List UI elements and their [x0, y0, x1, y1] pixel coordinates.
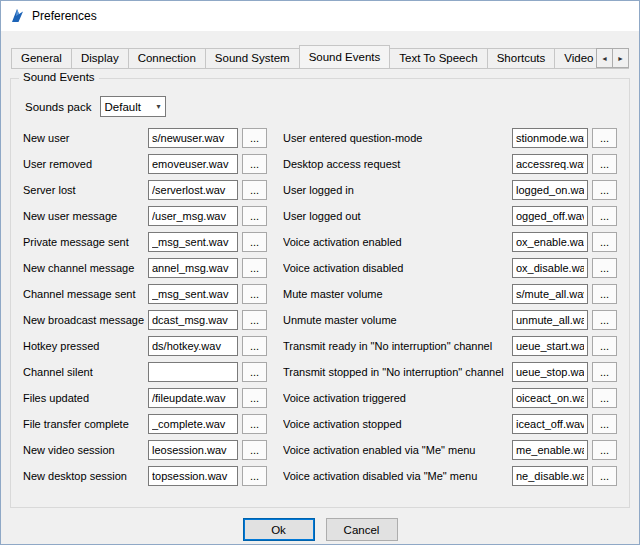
tab-text-to-speech[interactable]: Text To Speech [389, 48, 487, 68]
browse-button[interactable]: ... [592, 310, 617, 330]
tab-sound-events[interactable]: Sound Events [299, 45, 391, 69]
browse-button[interactable]: ... [592, 206, 617, 226]
sound-event-row: Private message sent... [23, 232, 267, 252]
sound-event-row: Voice activation triggered... [283, 388, 617, 408]
sound-file-input[interactable] [512, 414, 588, 434]
browse-button[interactable]: ... [242, 284, 267, 304]
event-label: Transmit ready in "No interruption" chan… [283, 340, 512, 352]
sound-file-input[interactable] [512, 466, 588, 486]
browse-button[interactable]: ... [242, 388, 267, 408]
event-label: Transmit stopped in "No interruption" ch… [283, 366, 512, 378]
sound-file-input[interactable] [148, 180, 238, 200]
sound-file-input[interactable] [148, 388, 238, 408]
sound-event-row: Mute master volume... [283, 284, 617, 304]
browse-button[interactable]: ... [592, 440, 617, 460]
sound-file-input[interactable] [512, 154, 588, 174]
event-label: User entered question-mode [283, 132, 512, 144]
browse-button[interactable]: ... [592, 180, 617, 200]
sound-file-input[interactable] [512, 362, 588, 382]
sound-file-input[interactable] [512, 336, 588, 356]
chevron-down-icon: ▾ [156, 102, 160, 111]
browse-button[interactable]: ... [242, 232, 267, 252]
sound-events-group: Sound Events Sounds pack Default ▾ New u… [10, 78, 630, 508]
tab-display[interactable]: Display [71, 48, 129, 68]
browse-button[interactable]: ... [592, 388, 617, 408]
cancel-button[interactable]: Cancel [326, 518, 398, 541]
sounds-pack-select[interactable]: Default ▾ [100, 96, 166, 117]
sound-file-input[interactable] [148, 232, 238, 252]
sound-file-input[interactable] [512, 128, 588, 148]
tab-connection[interactable]: Connection [128, 48, 206, 68]
sound-event-row: New channel message... [23, 258, 267, 278]
tab-shortcuts[interactable]: Shortcuts [487, 48, 556, 68]
sound-file-input[interactable] [148, 414, 238, 434]
sound-file-input[interactable] [148, 284, 238, 304]
sound-file-input[interactable] [512, 388, 588, 408]
event-label: Private message sent [23, 236, 148, 248]
browse-button[interactable]: ... [592, 128, 617, 148]
browse-button[interactable]: ... [592, 336, 617, 356]
browse-button[interactable]: ... [242, 310, 267, 330]
browse-button[interactable]: ... [592, 258, 617, 278]
sound-file-input[interactable] [148, 466, 238, 486]
sound-file-input[interactable] [512, 440, 588, 460]
browse-button[interactable]: ... [242, 128, 267, 148]
sound-event-row: New video session... [23, 440, 267, 460]
sound-file-input[interactable] [512, 258, 588, 278]
browse-button[interactable]: ... [592, 414, 617, 434]
sound-event-row: File transfer complete... [23, 414, 267, 434]
sound-event-row: Channel message sent... [23, 284, 267, 304]
browse-button[interactable]: ... [592, 466, 617, 486]
title-bar[interactable]: Preferences [1, 1, 639, 31]
sounds-pack-value: Default [105, 101, 141, 113]
browse-button[interactable]: ... [242, 362, 267, 382]
sound-file-input[interactable] [148, 336, 238, 356]
sound-event-row: New user message... [23, 206, 267, 226]
sound-event-row: Server lost... [23, 180, 267, 200]
event-label: Voice activation enabled via "Me" menu [283, 444, 512, 456]
sound-event-row: Voice activation disabled... [283, 258, 617, 278]
browse-button[interactable]: ... [242, 258, 267, 278]
browse-button[interactable]: ... [592, 284, 617, 304]
sound-file-input[interactable] [512, 310, 588, 330]
browse-button[interactable]: ... [242, 414, 267, 434]
ok-button[interactable]: Ok [243, 518, 315, 541]
browse-button[interactable]: ... [592, 232, 617, 252]
sound-file-input[interactable] [148, 362, 238, 382]
sound-event-row: New desktop session... [23, 466, 267, 486]
event-label: Channel silent [23, 366, 148, 378]
tab-sound-system[interactable]: Sound System [205, 48, 300, 68]
event-label: User logged out [283, 210, 512, 222]
event-label: Voice activation disabled via "Me" menu [283, 470, 512, 482]
browse-button[interactable]: ... [242, 336, 267, 356]
sound-file-input[interactable] [512, 180, 588, 200]
browse-button[interactable]: ... [242, 440, 267, 460]
sound-file-input[interactable] [148, 258, 238, 278]
tab-scroll-right-icon[interactable]: ► [612, 48, 629, 68]
browse-button[interactable]: ... [242, 206, 267, 226]
sound-event-row: User entered question-mode... [283, 128, 617, 148]
browse-button[interactable]: ... [242, 180, 267, 200]
event-label: Files updated [23, 392, 148, 404]
tab-scroll-left-icon[interactable]: ◄ [596, 48, 613, 68]
sound-file-input[interactable] [512, 232, 588, 252]
app-icon [9, 8, 25, 24]
sound-file-input[interactable] [148, 154, 238, 174]
sound-file-input[interactable] [148, 206, 238, 226]
browse-button[interactable]: ... [592, 154, 617, 174]
sound-file-input[interactable] [148, 440, 238, 460]
sound-events-grid: New user... User removed... Server lost.… [23, 128, 617, 492]
dialog-footer: Ok Cancel [1, 518, 639, 541]
sound-file-input[interactable] [512, 284, 588, 304]
tab-general[interactable]: General [11, 48, 72, 68]
browse-button[interactable]: ... [592, 362, 617, 382]
event-label: New user [23, 132, 148, 144]
event-label: Desktop access request [283, 158, 512, 170]
sound-file-input[interactable] [148, 128, 238, 148]
event-label: New video session [23, 444, 148, 456]
browse-button[interactable]: ... [242, 466, 267, 486]
sound-file-input[interactable] [512, 206, 588, 226]
sound-event-row: Hotkey pressed... [23, 336, 267, 356]
browse-button[interactable]: ... [242, 154, 267, 174]
sound-file-input[interactable] [148, 310, 238, 330]
